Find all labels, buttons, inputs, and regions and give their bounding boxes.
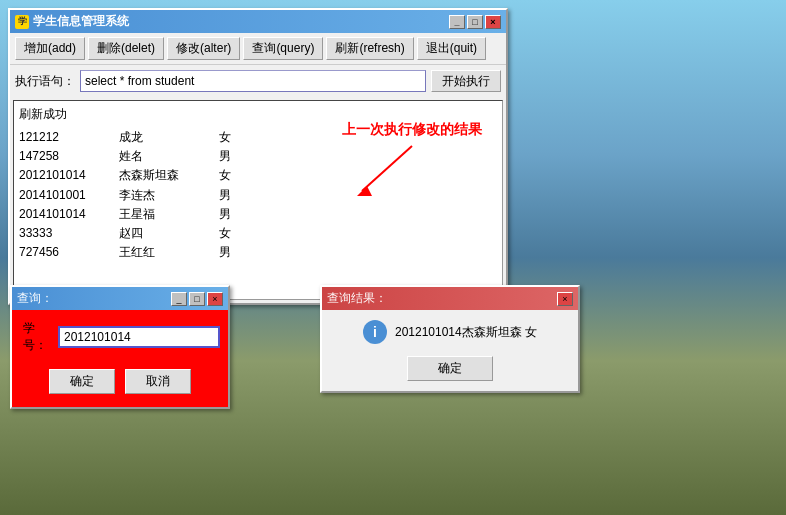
result-close-button[interactable]: × [557, 292, 573, 306]
query-id-label: 学号： [20, 318, 53, 356]
alter-button[interactable]: 修改(alter) [167, 37, 240, 60]
cell-name: 王红红 [119, 243, 199, 262]
content-area: 刷新成功 上一次执行修改的结果 121212 成龙 女 147258 姓名 男 … [13, 100, 503, 300]
delete-button[interactable]: 删除(delet) [88, 37, 164, 60]
data-table: 121212 成龙 女 147258 姓名 男 2012101014 杰森斯坦森… [19, 128, 497, 262]
quit-button[interactable]: 退出(quit) [417, 37, 486, 60]
query-cancel-button[interactable]: 取消 [125, 369, 191, 394]
table-row: 2014101001 李连杰 男 [19, 186, 497, 205]
sql-label: 执行语句： [15, 73, 75, 90]
query-title-buttons: _ □ × [171, 292, 223, 306]
query-id-input[interactable] [58, 326, 220, 348]
cell-id: 727456 [19, 243, 99, 262]
result-dialog: 查询结果： × i 2012101014杰森斯坦森 女 确定 [320, 285, 580, 393]
query-button[interactable]: 查询(query) [243, 37, 323, 60]
cell-gender: 男 [219, 186, 259, 205]
query-dialog-body: 学号： 确定 取消 [12, 310, 228, 407]
result-text: 2012101014杰森斯坦森 女 [395, 324, 537, 341]
cell-name: 成龙 [119, 128, 199, 147]
query-minimize-button[interactable]: _ [171, 292, 187, 306]
table-row: 2012101014 杰森斯坦森 女 [19, 166, 497, 185]
execute-button[interactable]: 开始执行 [431, 70, 501, 92]
table-row: 33333 赵四 女 [19, 224, 497, 243]
cell-name: 杰森斯坦森 [119, 166, 199, 185]
svg-line-0 [362, 146, 412, 191]
cell-id: 2012101014 [19, 166, 99, 185]
sql-input[interactable] [80, 70, 426, 92]
maximize-button[interactable]: □ [467, 15, 483, 29]
query-maximize-button[interactable]: □ [189, 292, 205, 306]
cell-gender: 男 [219, 147, 259, 166]
result-dialog-body: i 2012101014杰森斯坦森 女 确定 [322, 310, 578, 391]
cell-id: 147258 [19, 147, 99, 166]
title-bar-buttons: _ □ × [449, 15, 501, 29]
sql-row: 执行语句： 开始执行 [10, 65, 506, 97]
cell-gender: 女 [219, 224, 259, 243]
close-button[interactable]: × [485, 15, 501, 29]
annotation-text: 上一次执行修改的结果 [342, 121, 482, 139]
cell-name: 赵四 [119, 224, 199, 243]
query-title-left: 查询： [17, 290, 53, 307]
table-row: 147258 姓名 男 [19, 147, 497, 166]
result-dialog-title-bar: 查询结果： × [322, 287, 578, 310]
main-window-title: 学生信息管理系统 [33, 13, 129, 30]
cell-id: 33333 [19, 224, 99, 243]
cell-gender: 男 [219, 205, 259, 224]
table-row: 2014101014 王星福 男 [19, 205, 497, 224]
result-info-row: i 2012101014杰森斯坦森 女 [363, 320, 537, 344]
cell-id: 2014101001 [19, 186, 99, 205]
title-bar-left: 学 学生信息管理系统 [15, 13, 129, 30]
refresh-button[interactable]: 刷新(refresh) [326, 37, 413, 60]
app-icon: 学 [15, 15, 29, 29]
query-close-button[interactable]: × [207, 292, 223, 306]
result-dialog-title: 查询结果： [327, 290, 387, 307]
cell-id: 2014101014 [19, 205, 99, 224]
query-dialog-title: 查询： [17, 290, 53, 307]
cell-gender: 男 [219, 243, 259, 262]
main-title-bar: 学 学生信息管理系统 _ □ × [10, 10, 506, 33]
query-id-row: 学号： [20, 318, 220, 356]
query-dialog: 查询： _ □ × 学号： 确定 取消 [10, 285, 230, 409]
cell-name: 姓名 [119, 147, 199, 166]
query-confirm-button[interactable]: 确定 [49, 369, 115, 394]
cell-gender: 女 [219, 166, 259, 185]
cell-gender: 女 [219, 128, 259, 147]
result-confirm-button[interactable]: 确定 [407, 356, 493, 381]
cell-name: 李连杰 [119, 186, 199, 205]
cell-id: 121212 [19, 128, 99, 147]
main-window: 学 学生信息管理系统 _ □ × 增加(add) 删除(delet) 修改(al… [8, 8, 508, 305]
query-dialog-title-bar: 查询： _ □ × [12, 287, 228, 310]
minimize-button[interactable]: _ [449, 15, 465, 29]
arrow-icon [342, 141, 422, 201]
info-icon: i [363, 320, 387, 344]
add-button[interactable]: 增加(add) [15, 37, 85, 60]
cell-name: 王星福 [119, 205, 199, 224]
toolbar: 增加(add) 删除(delet) 修改(alter) 查询(query) 刷新… [10, 33, 506, 65]
table-row: 727456 王红红 男 [19, 243, 497, 262]
query-buttons: 确定 取消 [20, 364, 220, 399]
